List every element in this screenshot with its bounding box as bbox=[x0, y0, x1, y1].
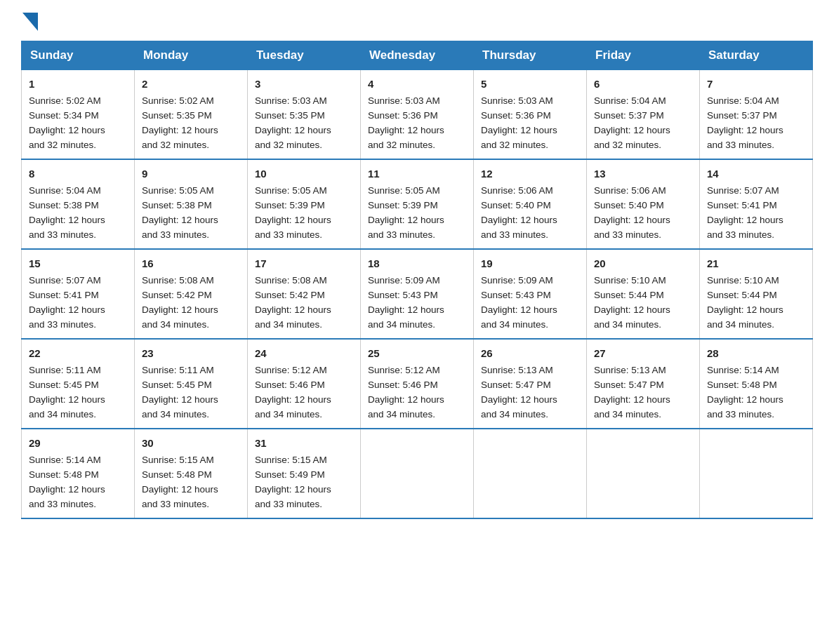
sunset-label: Sunset: 5:47 PM bbox=[594, 380, 664, 390]
calendar-cell: 31 Sunrise: 5:15 AM Sunset: 5:49 PM Dayl… bbox=[248, 429, 361, 518]
sunset-label: Sunset: 5:39 PM bbox=[255, 200, 325, 210]
sunrise-label: Sunrise: 5:13 AM bbox=[481, 365, 553, 375]
daylight-label: Daylight: 12 hours bbox=[255, 394, 331, 405]
day-number: 20 bbox=[594, 255, 692, 271]
daylight-minutes: and 34 minutes. bbox=[368, 319, 435, 330]
sunset-label: Sunset: 5:45 PM bbox=[29, 380, 99, 390]
daylight-minutes: and 33 minutes. bbox=[368, 229, 435, 240]
sunrise-label: Sunrise: 5:03 AM bbox=[368, 95, 440, 106]
calendar-cell: 16 Sunrise: 5:08 AM Sunset: 5:42 PM Dayl… bbox=[135, 249, 248, 339]
daylight-label: Daylight: 12 hours bbox=[142, 394, 218, 405]
sunrise-label: Sunrise: 5:04 AM bbox=[707, 95, 779, 106]
daylight-label: Daylight: 12 hours bbox=[707, 304, 783, 315]
daylight-label: Daylight: 12 hours bbox=[481, 215, 557, 225]
sunrise-label: Sunrise: 5:02 AM bbox=[142, 95, 214, 106]
sunset-label: Sunset: 5:39 PM bbox=[368, 200, 438, 210]
daylight-minutes: and 33 minutes. bbox=[707, 229, 774, 240]
sunset-label: Sunset: 5:41 PM bbox=[29, 290, 99, 300]
daylight-label: Daylight: 12 hours bbox=[481, 125, 557, 135]
day-number: 24 bbox=[255, 345, 353, 361]
calendar-cell: 3 Sunrise: 5:03 AM Sunset: 5:35 PM Dayli… bbox=[248, 70, 361, 159]
daylight-label: Daylight: 12 hours bbox=[594, 394, 670, 405]
daylight-label: Daylight: 12 hours bbox=[481, 394, 557, 405]
sunset-label: Sunset: 5:35 PM bbox=[142, 110, 212, 121]
daylight-label: Daylight: 12 hours bbox=[707, 215, 783, 225]
daylight-minutes: and 32 minutes. bbox=[255, 140, 322, 150]
day-number: 16 bbox=[142, 255, 240, 271]
daylight-minutes: and 33 minutes. bbox=[29, 319, 96, 330]
daylight-label: Daylight: 12 hours bbox=[368, 125, 444, 135]
sunset-label: Sunset: 5:48 PM bbox=[29, 469, 99, 480]
sunrise-label: Sunrise: 5:12 AM bbox=[255, 365, 327, 375]
daylight-minutes: and 32 minutes. bbox=[594, 140, 661, 150]
day-number: 4 bbox=[368, 76, 466, 92]
calendar-cell: 5 Sunrise: 5:03 AM Sunset: 5:36 PM Dayli… bbox=[474, 70, 587, 159]
calendar-cell: 10 Sunrise: 5:05 AM Sunset: 5:39 PM Dayl… bbox=[248, 159, 361, 249]
sunset-label: Sunset: 5:40 PM bbox=[481, 200, 551, 210]
sunset-label: Sunset: 5:35 PM bbox=[255, 110, 325, 121]
daylight-label: Daylight: 12 hours bbox=[29, 484, 105, 495]
calendar-cell: 13 Sunrise: 5:06 AM Sunset: 5:40 PM Dayl… bbox=[587, 159, 700, 249]
day-number: 26 bbox=[481, 345, 579, 361]
calendar-cell: 7 Sunrise: 5:04 AM Sunset: 5:37 PM Dayli… bbox=[700, 70, 813, 159]
sunrise-label: Sunrise: 5:08 AM bbox=[255, 275, 327, 286]
sunrise-label: Sunrise: 5:05 AM bbox=[142, 185, 214, 196]
day-number: 10 bbox=[255, 166, 353, 182]
calendar-header-row: SundayMondayTuesdayWednesdayThursdayFrid… bbox=[22, 41, 813, 70]
calendar-cell bbox=[474, 429, 587, 518]
sunrise-label: Sunrise: 5:15 AM bbox=[142, 455, 214, 465]
calendar-cell: 20 Sunrise: 5:10 AM Sunset: 5:44 PM Dayl… bbox=[587, 249, 700, 339]
calendar-cell: 12 Sunrise: 5:06 AM Sunset: 5:40 PM Dayl… bbox=[474, 159, 587, 249]
daylight-label: Daylight: 12 hours bbox=[142, 484, 218, 495]
day-number: 14 bbox=[707, 166, 805, 182]
calendar-cell: 30 Sunrise: 5:15 AM Sunset: 5:48 PM Dayl… bbox=[135, 429, 248, 518]
logo bbox=[21, 14, 38, 28]
calendar-cell: 11 Sunrise: 5:05 AM Sunset: 5:39 PM Dayl… bbox=[361, 159, 474, 249]
sunrise-label: Sunrise: 5:05 AM bbox=[368, 185, 440, 196]
day-number: 3 bbox=[255, 76, 353, 92]
calendar-cell: 28 Sunrise: 5:14 AM Sunset: 5:48 PM Dayl… bbox=[700, 339, 813, 429]
sunrise-label: Sunrise: 5:06 AM bbox=[481, 185, 553, 196]
sunset-label: Sunset: 5:37 PM bbox=[594, 110, 664, 121]
calendar-cell: 29 Sunrise: 5:14 AM Sunset: 5:48 PM Dayl… bbox=[22, 429, 135, 518]
daylight-label: Daylight: 12 hours bbox=[481, 304, 557, 315]
calendar-cell: 21 Sunrise: 5:10 AM Sunset: 5:44 PM Dayl… bbox=[700, 249, 813, 339]
day-number: 6 bbox=[594, 76, 692, 92]
day-number: 30 bbox=[142, 435, 240, 451]
sunset-label: Sunset: 5:46 PM bbox=[255, 380, 325, 390]
daylight-minutes: and 32 minutes. bbox=[368, 140, 435, 150]
daylight-minutes: and 32 minutes. bbox=[142, 140, 209, 150]
calendar-cell: 8 Sunrise: 5:04 AM Sunset: 5:38 PM Dayli… bbox=[22, 159, 135, 249]
calendar-table: SundayMondayTuesdayWednesdayThursdayFrid… bbox=[21, 41, 813, 519]
sunrise-label: Sunrise: 5:07 AM bbox=[707, 185, 779, 196]
calendar-cell bbox=[700, 429, 813, 518]
daylight-label: Daylight: 12 hours bbox=[29, 125, 105, 135]
calendar-header-friday: Friday bbox=[587, 41, 700, 70]
calendar-header-tuesday: Tuesday bbox=[248, 41, 361, 70]
daylight-label: Daylight: 12 hours bbox=[255, 125, 331, 135]
daylight-label: Daylight: 12 hours bbox=[368, 304, 444, 315]
day-number: 8 bbox=[29, 166, 127, 182]
sunset-label: Sunset: 5:34 PM bbox=[29, 110, 99, 121]
day-number: 7 bbox=[707, 76, 805, 92]
day-number: 28 bbox=[707, 345, 805, 361]
daylight-label: Daylight: 12 hours bbox=[255, 304, 331, 315]
daylight-label: Daylight: 12 hours bbox=[255, 484, 331, 495]
daylight-minutes: and 34 minutes. bbox=[481, 319, 548, 330]
sunrise-label: Sunrise: 5:07 AM bbox=[29, 275, 101, 286]
daylight-minutes: and 33 minutes. bbox=[255, 229, 322, 240]
daylight-label: Daylight: 12 hours bbox=[594, 215, 670, 225]
calendar-cell: 23 Sunrise: 5:11 AM Sunset: 5:45 PM Dayl… bbox=[135, 339, 248, 429]
daylight-minutes: and 33 minutes. bbox=[594, 229, 661, 240]
sunrise-label: Sunrise: 5:09 AM bbox=[481, 275, 553, 286]
day-number: 29 bbox=[29, 435, 127, 451]
day-number: 25 bbox=[368, 345, 466, 361]
day-number: 11 bbox=[368, 166, 466, 182]
calendar-week-row: 22 Sunrise: 5:11 AM Sunset: 5:45 PM Dayl… bbox=[22, 339, 813, 429]
sunrise-label: Sunrise: 5:04 AM bbox=[29, 185, 101, 196]
day-number: 15 bbox=[29, 255, 127, 271]
calendar-week-row: 15 Sunrise: 5:07 AM Sunset: 5:41 PM Dayl… bbox=[22, 249, 813, 339]
calendar-header-saturday: Saturday bbox=[700, 41, 813, 70]
daylight-minutes: and 34 minutes. bbox=[368, 409, 435, 420]
daylight-label: Daylight: 12 hours bbox=[368, 394, 444, 405]
